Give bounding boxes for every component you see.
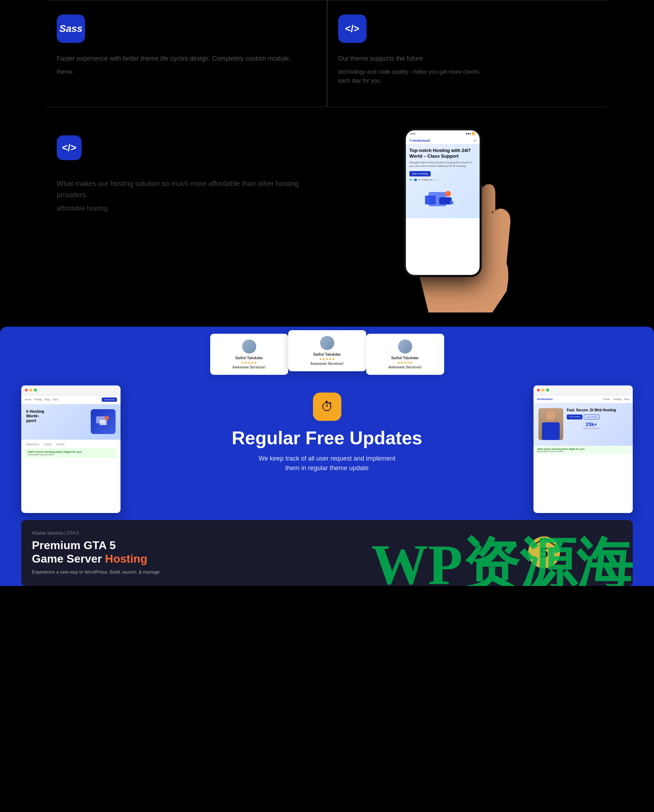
scr-logo-cpanel: cPanel	[43, 443, 52, 446]
scr-logos-row: DigitalOcean cPanel Hosting	[25, 443, 117, 446]
browser-dot-red	[25, 389, 28, 391]
sass-cell-desc2: theme.	[57, 67, 316, 76]
code-feature-cell: </> Our theme supports the future techno…	[327, 0, 608, 107]
code-icon-box: </>	[338, 15, 367, 43]
phone-hero-title: Top-notch Hosting with 24/7 World – Clas…	[410, 148, 476, 159]
phone-social-row: 🐦🔵in Follow on ——	[410, 179, 476, 182]
scr-green-desc-left: Sustainable hosting solution	[28, 453, 114, 456]
browser-dot-yellow	[29, 389, 32, 391]
browser-dot-yellow-r	[542, 389, 544, 391]
review-avatar-center	[320, 336, 334, 350]
sass-icon: Sass	[59, 23, 82, 34]
review-avatar-right	[398, 339, 412, 354]
middle-code-icon-box: </>	[57, 135, 81, 160]
scr-green-band-desc: Sustainable hosting solution	[537, 450, 629, 452]
scr-right-title: Fast. Secure. St Web Hosting	[567, 408, 616, 412]
scr-green-section-left: 100% Green Hosting that's Right for you …	[25, 448, 117, 458]
screenshot-right: HostinGard HomeHostingBlog Fast. Secure.…	[533, 385, 633, 513]
scr-right-brand: HostinGard	[537, 397, 553, 401]
scr-right-hero: Fast. Secure. St Web Hosting Get Hosting…	[533, 403, 633, 446]
scr-right-btn-primary[interactable]: Get Hosting	[567, 415, 582, 420]
phone-screen: 9:41 ●●● 📶 ⊙ HostinGard ≡ Top-notch Host…	[406, 130, 480, 275]
phone-social-text: Follow on ——	[422, 179, 438, 181]
browser-dot-green	[34, 389, 37, 391]
middle-left-content: </> What makes our hosting solution so m…	[46, 128, 327, 313]
reviews-row: Saiful Talukdar ★★★★★ Awesome Services! …	[0, 327, 654, 375]
review-text-center: Awesome Services!	[297, 362, 358, 366]
screenshot-content-left: DigitalOcean cPanel Hosting 100% Green H…	[21, 440, 121, 461]
phone-nav: ⊙ HostinGard ≡	[406, 137, 480, 144]
phone-hand-container: 9:41 ●●● 📶 ⊙ HostinGard ≡ Top-notch Host…	[393, 128, 542, 313]
browser-dot-red-r	[537, 389, 540, 391]
svg-point-7	[105, 416, 109, 420]
scr-logo-digitalocean: DigitalOcean	[25, 443, 40, 446]
scr-right-btn-secondary[interactable]: Learn More	[584, 415, 600, 420]
code-cell-desc2: each day for you.	[338, 76, 597, 85]
svg-point-10	[546, 410, 556, 420]
scr-nav-btn-left[interactable]: Get Started	[102, 397, 117, 402]
bottom-main-content: HomePricingBlogDocs Get Started h Hostin…	[0, 375, 654, 513]
svg-rect-6	[99, 420, 107, 425]
phone-hero-desc: Managed Web Hosting Solutions bringing t…	[410, 161, 476, 168]
middle-right-phone: 9:41 ●●● 📶 ⊙ HostinGard ≡ Top-notch Host…	[327, 128, 608, 313]
bottom-center-content: ⏱ Regular Free Updates We keep track of …	[131, 385, 523, 513]
middle-left-desc2: affordable hosting.	[57, 203, 316, 214]
review-stars-center: ★★★★★	[297, 357, 358, 361]
scr-stat-label: Happy Customers	[569, 427, 614, 429]
wp-watermark: WP资源海	[371, 536, 633, 586]
update-title: Regular Free Updates	[232, 428, 423, 448]
review-text-left: Awesome Services!	[219, 365, 280, 369]
review-avatar-left	[242, 339, 256, 354]
scr-right-text: Fast. Secure. St Web Hosting Get Hosting…	[567, 408, 616, 441]
browser-bar-right	[533, 385, 633, 395]
scr-hero-text-left: h Hosting World– pport	[26, 409, 87, 425]
phone-content: Top-notch Hosting with 24/7 World – Clas…	[406, 144, 480, 218]
phone-signal: ●●● 📶	[466, 132, 475, 135]
scr-stat: 25k+ Happy Customers	[567, 420, 616, 432]
screenshot-nav-right: HostinGard HomeHostingBlog	[533, 395, 633, 403]
bottom-blue-section: Saiful Talukdar ★★★★★ Awesome Services! …	[0, 327, 654, 586]
code-cell-desc: technology and code quality - helps you …	[338, 67, 597, 76]
phone-cta-button[interactable]: Plan & Pricing	[410, 171, 431, 176]
svg-rect-1	[425, 195, 435, 205]
review-text-right: Awesome Services!	[375, 365, 435, 369]
screenshot-nav-left: HomePricingBlogDocs Get Started	[21, 395, 121, 404]
svg-rect-2	[439, 197, 452, 205]
scr-green-title-left: 100% Green Hosting that's Right for you	[28, 450, 114, 453]
phone-brand-name: HostinGard	[413, 139, 430, 142]
scr-nav-links-left: HomePricingBlogDocs	[25, 398, 58, 401]
browser-dot-green-r	[546, 389, 549, 391]
screenshot-left: HomePricingBlogDocs Get Started h Hostin…	[21, 385, 121, 513]
sass-feature-cell: Sass Faster experience with better theme…	[46, 0, 327, 107]
scr-green-band-right: 100% Green Hosting that's Right for you …	[533, 446, 633, 455]
screenshot-hero-left: h Hosting World– pport	[21, 404, 121, 440]
middle-code-icon: </>	[62, 142, 76, 153]
phone-status-bar: 9:41 ●●● 📶	[406, 130, 480, 137]
update-description: We keep track of all user request and im…	[253, 454, 402, 473]
phone-brand: ⊙ HostinGard	[410, 139, 430, 142]
scr-nav-links-right: HomeHostingBlog	[604, 398, 629, 400]
scr-right-buttons: Get Hosting Learn More	[567, 415, 616, 420]
phone-menu-icon: ≡	[474, 139, 476, 142]
review-card-right: Saiful Talukdar ★★★★★ Awesome Services!	[366, 334, 444, 375]
browser-bar-left	[21, 385, 121, 395]
scr-right-person-img	[538, 408, 563, 440]
code-cell-title: Our theme supports the future	[338, 53, 597, 64]
game-server-section: #Game Services | GTA 5 Premium GTA 5 Gam…	[21, 520, 633, 586]
svg-rect-9	[542, 422, 560, 440]
phone-mockup: 9:41 ●●● 📶 ⊙ HostinGard ≡ Top-notch Host…	[404, 128, 482, 277]
svg-point-4	[450, 201, 453, 205]
review-card-left: Saiful Talukdar ★★★★★ Awesome Services!	[210, 334, 288, 375]
middle-left-description: What makes our hosting solution so much …	[57, 178, 316, 200]
code-icon: </>	[345, 23, 359, 34]
phone-time: 9:41	[410, 132, 416, 135]
update-icon: ⏱	[321, 399, 333, 414]
scr-hero-title-left: h Hosting World– pport	[26, 409, 87, 423]
scr-logo-hosting: Hosting	[55, 443, 66, 446]
review-name-center: Saiful Talukdar	[297, 352, 358, 356]
phone-illustration	[410, 185, 476, 215]
sass-icon-box: Sass	[57, 15, 85, 43]
game-title-accent: Hosting	[105, 552, 147, 565]
svg-point-3	[445, 191, 451, 197]
scr-green-band-title: 100% Green Hosting that's Right for you	[537, 448, 629, 450]
